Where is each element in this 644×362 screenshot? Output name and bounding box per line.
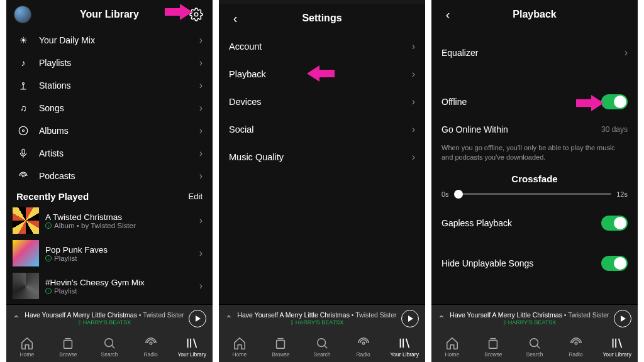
menu-item-artists[interactable]: Artists›	[6, 142, 213, 165]
chevron-right-icon: ›	[199, 148, 203, 159]
screen-playback: ‹ Playback Equalizer› Offline Go Online …	[431, 0, 638, 362]
chevron-right-icon: ›	[199, 280, 203, 292]
menu-item-podcasts[interactable]: Podcasts›	[6, 165, 213, 187]
browse-icon	[61, 336, 75, 350]
crossfade-slider-row: 0s 12s	[431, 188, 638, 204]
radio-icon	[569, 336, 583, 350]
bluetooth-icon: ᛒ	[291, 319, 294, 326]
downloaded-icon: ↓	[45, 288, 52, 294]
header: ‹ Playback	[431, 0, 638, 29]
library-icon	[397, 336, 411, 350]
tab-search[interactable]: Search	[514, 332, 555, 362]
home-icon	[233, 336, 247, 350]
menu-item-playlists[interactable]: ♪Playlists›	[6, 52, 213, 74]
svg-point-10	[318, 339, 326, 347]
gapless-toggle[interactable]	[601, 216, 628, 231]
svg-point-11	[362, 342, 365, 344]
header: Your Library	[6, 0, 213, 29]
mic-icon	[16, 148, 30, 158]
chevron-up-icon[interactable]: ⌃	[225, 314, 233, 324]
chevron-right-icon: ›	[199, 57, 203, 69]
bluetooth-icon: ᛒ	[78, 319, 81, 326]
chevron-right-icon: ›	[199, 35, 203, 46]
svg-rect-9	[277, 340, 285, 348]
tab-browse[interactable]: Browse	[473, 332, 514, 362]
tab-home[interactable]: Home	[6, 332, 48, 362]
back-button[interactable]: ‹	[439, 6, 457, 23]
offline-row: Offline	[431, 88, 638, 116]
library-icon	[185, 336, 199, 350]
tab-home[interactable]: Home	[219, 332, 260, 362]
offline-toggle[interactable]	[601, 94, 628, 109]
browse-icon	[274, 336, 287, 350]
tab-browse[interactable]: Browse	[260, 332, 302, 362]
chevron-right-icon: ›	[199, 248, 203, 259]
edit-button[interactable]: Edit	[189, 192, 203, 201]
note-icon: ♫	[16, 103, 30, 113]
chevron-right-icon: ›	[412, 69, 415, 80]
recent-item[interactable]: #Hevin's Cheesy Gym Mix ↓Playlist ›	[6, 270, 213, 302]
chevron-right-icon: ›	[412, 124, 415, 135]
note-icon: ♪	[16, 58, 30, 68]
settings-item-playback[interactable]: Playback›	[219, 60, 425, 88]
tab-home[interactable]: Home	[431, 332, 473, 362]
now-playing-bar[interactable]: ⌃ Have Yourself A Merry Little Christmas…	[6, 304, 213, 332]
svg-point-13	[530, 339, 538, 347]
tab-radio[interactable]: Radio	[130, 332, 172, 362]
album-cover	[13, 240, 39, 266]
recent-item[interactable]: Pop Punk Faves ↓Playlist ›	[6, 237, 213, 270]
chevron-up-icon[interactable]: ⌃	[13, 314, 20, 324]
settings-item-account[interactable]: Account›	[219, 33, 425, 60]
settings-list: Account› Playback› Devices› Social› Musi…	[219, 33, 425, 168]
menu-item-stations[interactable]: Stations›	[6, 74, 213, 97]
crossfade-slider[interactable]	[454, 193, 612, 195]
recent-item[interactable]: A Twisted Christmas ↓Album • by Twisted …	[6, 204, 213, 237]
settings-item-social[interactable]: Social›	[219, 116, 425, 143]
svg-point-0	[194, 13, 198, 16]
back-button[interactable]: ‹	[226, 9, 244, 27]
settings-item-devices[interactable]: Devices›	[219, 88, 425, 116]
svg-point-3	[23, 130, 25, 132]
home-icon	[445, 336, 459, 350]
antenna-icon	[16, 80, 30, 91]
tab-bar: Home Browse Search Radio Your Library	[219, 332, 425, 362]
play-icon	[621, 315, 626, 322]
bluetooth-icon: ᛒ	[503, 319, 506, 326]
chevron-right-icon: ›	[412, 151, 415, 163]
svg-rect-6	[64, 340, 72, 348]
settings-button[interactable]	[187, 6, 205, 23]
tab-library[interactable]: Your Library	[596, 332, 638, 362]
hide-unplayable-toggle[interactable]	[601, 256, 628, 271]
svg-point-7	[105, 339, 113, 347]
chevron-right-icon: ›	[412, 41, 415, 52]
album-cover	[13, 207, 39, 234]
play-button[interactable]	[189, 310, 206, 327]
now-playing-bar[interactable]: ⌃ Have Yourself A Merry Little Christmas…	[219, 304, 425, 332]
chevron-up-icon[interactable]: ⌃	[438, 314, 445, 324]
chevron-right-icon: ›	[199, 102, 203, 114]
now-playing-bar[interactable]: ⌃ Have Yourself A Merry Little Christmas…	[431, 304, 638, 332]
settings-item-music-quality[interactable]: Music Quality›	[219, 143, 425, 168]
screen-settings: ‹ Settings Account› Playback› Devices› S…	[219, 0, 425, 362]
disc-icon	[16, 125, 30, 136]
equalizer-row[interactable]: Equalizer›	[431, 39, 638, 67]
tab-library[interactable]: Your Library	[171, 332, 213, 362]
play-icon	[408, 315, 413, 322]
chevron-right-icon: ›	[199, 125, 203, 136]
tab-search[interactable]: Search	[89, 332, 130, 362]
tab-browse[interactable]: Browse	[48, 332, 89, 362]
play-button[interactable]	[401, 310, 419, 327]
play-button[interactable]	[614, 310, 631, 327]
tab-search[interactable]: Search	[301, 332, 343, 362]
chevron-right-icon: ›	[625, 47, 628, 58]
menu-item-daily-mix[interactable]: ☀Your Daily Mix›	[6, 29, 213, 52]
chevron-left-icon: ‹	[233, 11, 238, 26]
avatar[interactable]	[14, 6, 31, 23]
tab-library[interactable]: Your Library	[384, 332, 425, 362]
menu-item-albums[interactable]: Albums›	[6, 119, 213, 142]
search-icon	[315, 336, 329, 350]
tab-radio[interactable]: Radio	[343, 332, 384, 362]
radio-icon	[144, 336, 158, 350]
tab-radio[interactable]: Radio	[555, 332, 597, 362]
menu-item-songs[interactable]: ♫Songs›	[6, 97, 213, 119]
